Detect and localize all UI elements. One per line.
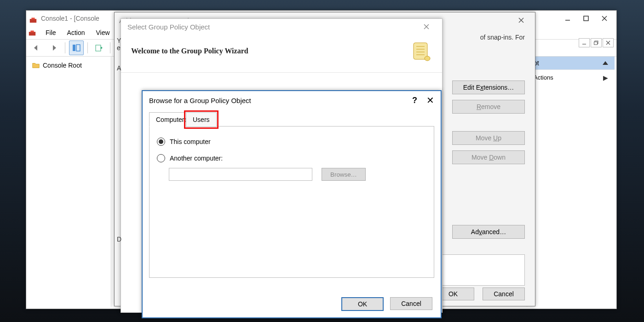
browse-ok-button[interactable]: OK: [341, 297, 384, 311]
actions-pane: ot Actions ▶: [527, 57, 615, 307]
wizard-title: Select Group Policy Object: [127, 23, 210, 31]
svg-rect-14: [76, 45, 80, 51]
browse-title: Browse for a Group Policy Object: [149, 97, 412, 104]
toolbar-separator: [87, 42, 88, 53]
snapins-cancel-button[interactable]: Cancel: [483, 288, 525, 300]
export-button[interactable]: [92, 40, 106, 55]
folder-icon: [32, 61, 40, 69]
close-button[interactable]: [512, 14, 530, 27]
close-button[interactable]: [595, 12, 614, 25]
svg-rect-0: [30, 19, 36, 23]
menu-view[interactable]: View: [90, 26, 115, 39]
toolbar-separator: [110, 42, 110, 53]
chevron-right-icon: ▶: [603, 70, 608, 86]
collapse-icon: [603, 61, 608, 65]
browse-titlebar[interactable]: Browse for a Group Policy Object ? ✕: [143, 91, 441, 109]
mdi-restore-button[interactable]: [591, 38, 602, 47]
radio-this-computer[interactable]: This computer: [157, 135, 426, 149]
menu-file[interactable]: File: [40, 26, 62, 39]
svg-rect-15: [96, 45, 101, 51]
back-button[interactable]: [29, 40, 44, 55]
svg-rect-7: [30, 31, 34, 33]
radio-another-computer[interactable]: Another computer:: [157, 151, 426, 165]
wizard-header: Welcome to the Group Policy Wizard: [131, 47, 248, 55]
radio-icon: [157, 138, 165, 146]
mdi-window-controls: [579, 38, 614, 47]
move-up-button[interactable]: Move Up: [452, 131, 525, 145]
scroll-icon: [410, 40, 432, 62]
svg-rect-3: [584, 16, 588, 21]
help-button[interactable]: ?: [412, 96, 417, 105]
svg-rect-10: [594, 42, 598, 45]
edit-extensions-button[interactable]: Edit Extensions…: [452, 80, 525, 94]
toolbox-icon: [28, 29, 36, 37]
mdi-close-button[interactable]: [603, 38, 614, 47]
inner-browse-button[interactable]: Browse…: [322, 168, 366, 181]
advanced-button[interactable]: Advanced…: [452, 225, 525, 239]
maximize-button[interactable]: [577, 12, 595, 25]
toolbar-separator: [65, 42, 65, 53]
actions-more[interactable]: Actions ▶: [527, 69, 615, 86]
svg-rect-6: [29, 32, 35, 35]
menu-action[interactable]: Action: [62, 26, 91, 39]
tree-pane[interactable]: Console Root: [28, 57, 111, 307]
computer-name-input[interactable]: [169, 168, 312, 181]
actions-header[interactable]: ot: [527, 57, 615, 69]
move-down-button[interactable]: Move Down: [452, 150, 525, 164]
browse-cancel-button[interactable]: Cancel: [390, 297, 432, 310]
tree-root-node[interactable]: Console Root: [28, 59, 111, 71]
radio-icon: [157, 154, 165, 162]
mdi-minimize-button[interactable]: [579, 38, 590, 47]
clipped-text: Y e A D: [117, 37, 121, 72]
show-tree-button[interactable]: [69, 40, 84, 55]
wizard-titlebar[interactable]: Select Group Policy Object: [121, 19, 442, 34]
toolbox-icon: [29, 14, 37, 23]
svg-rect-1: [31, 18, 34, 20]
tab-panel: This computer Another computer: Browse…: [149, 126, 434, 278]
svg-rect-13: [73, 45, 75, 51]
tab-strip: Computers Users: [149, 112, 434, 126]
tree-root-label: Console Root: [43, 62, 82, 69]
tab-users[interactable]: Users: [186, 112, 217, 127]
browse-gpo-dialog: Browse for a Group Policy Object ? ✕ Com…: [142, 90, 442, 318]
forward-button[interactable]: [46, 40, 61, 55]
svg-point-27: [425, 56, 430, 61]
minimize-button[interactable]: [558, 12, 577, 25]
close-button[interactable]: [417, 20, 436, 33]
close-button[interactable]: ✕: [426, 95, 434, 106]
remove-button[interactable]: Remove: [452, 100, 525, 114]
